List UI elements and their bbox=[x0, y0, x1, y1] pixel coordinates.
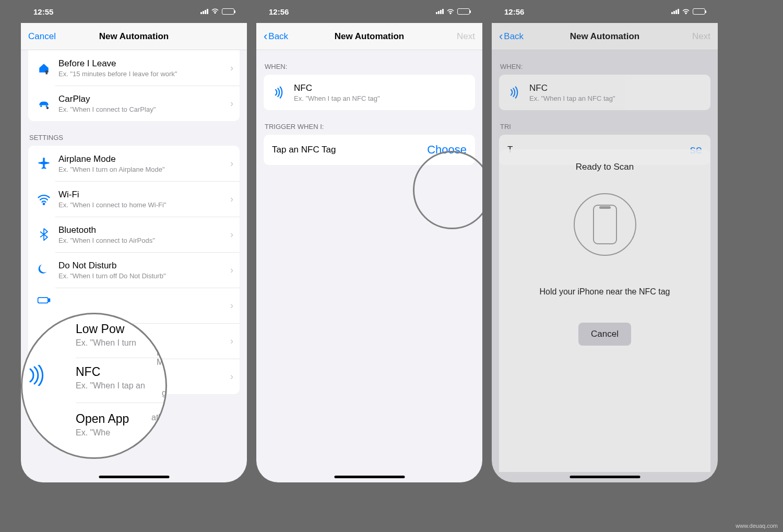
battery-icon bbox=[222, 8, 234, 15]
row-sub: Ex. "When I connect to home Wi-Fi" bbox=[58, 201, 227, 209]
status-icons bbox=[200, 7, 234, 16]
nfc-icon bbox=[270, 83, 289, 102]
nav-bar: Cancel New Automation bbox=[21, 23, 247, 50]
bluetooth-icon bbox=[34, 225, 53, 244]
status-icons bbox=[671, 7, 705, 16]
chevron-right-icon: › bbox=[230, 229, 233, 240]
choose-button[interactable]: Choose bbox=[427, 143, 467, 157]
chevron-right-icon: › bbox=[230, 265, 233, 276]
chevron-right-icon: › bbox=[230, 158, 233, 169]
back-button: ‹ Back bbox=[499, 30, 524, 43]
sheet-title: Ready to Scan bbox=[508, 162, 701, 172]
setting-airplane-mode[interactable]: Airplane Mode Ex. "When I turn on Airpla… bbox=[28, 146, 240, 181]
wifi-icon bbox=[211, 7, 219, 16]
home-indicator[interactable] bbox=[334, 476, 405, 478]
home-indicator[interactable] bbox=[99, 476, 169, 478]
battery-icon bbox=[457, 8, 470, 15]
wifi-icon bbox=[34, 190, 53, 208]
setting-do-not-disturb[interactable]: Do Not Disturb Ex. "When I turn off Do N… bbox=[28, 252, 240, 288]
settings-header: SETTINGS bbox=[21, 121, 247, 146]
home-indicator[interactable] bbox=[570, 476, 640, 478]
chevron-right-icon: › bbox=[230, 371, 233, 382]
next-button[interactable]: Next bbox=[457, 31, 475, 42]
when-card: NFC Ex. "When I tap an NFC tag" bbox=[499, 75, 710, 110]
page-title: New Automation bbox=[492, 31, 718, 42]
setting-wifi[interactable]: Wi-Fi Ex. "When I connect to home Wi-Fi"… bbox=[28, 181, 240, 217]
svg-rect-8 bbox=[594, 205, 616, 244]
trigger-label: Tap an NFC Tag bbox=[272, 145, 427, 155]
row-sub: Ex. "When I turn on Airplane Mode" bbox=[58, 165, 227, 173]
status-bar: 12:55 bbox=[21, 0, 247, 23]
status-time: 12:55 bbox=[33, 7, 53, 16]
chevron-back-icon: ‹ bbox=[499, 30, 503, 43]
trigger-before-i-leave[interactable]: Before I Leave Ex. "15 minutes before I … bbox=[28, 50, 240, 86]
row-sub: Ex. "When I connect to CarPlay" bbox=[58, 105, 227, 113]
cancel-button[interactable]: Cancel bbox=[28, 31, 56, 42]
wifi-icon bbox=[446, 7, 455, 16]
sheet-text: Hold your iPhone near the NFC tag bbox=[508, 287, 701, 297]
nfc-icon bbox=[21, 365, 52, 386]
svg-point-4 bbox=[46, 107, 49, 109]
row-sub: Ex. "15 minutes before I leave for work" bbox=[58, 70, 227, 78]
watermark: www.deuaq.com bbox=[735, 523, 778, 529]
signal-icon bbox=[200, 9, 208, 14]
row-sub: Ex. "When I tap an NFC tag" bbox=[529, 94, 704, 102]
row-title: Bluetooth bbox=[58, 225, 227, 235]
row-title: Before I Leave bbox=[58, 58, 227, 69]
status-time: 12:56 bbox=[269, 7, 289, 16]
nfc-icon bbox=[505, 83, 524, 102]
svg-point-5 bbox=[43, 203, 45, 205]
status-bar: 12:56 bbox=[256, 0, 482, 23]
chevron-back-icon: ‹ bbox=[264, 30, 267, 43]
signal-icon bbox=[436, 9, 444, 14]
svg-rect-7 bbox=[49, 299, 50, 301]
status-icons bbox=[436, 7, 470, 16]
row-sub: Ex. "When I turn off Do Not Disturb" bbox=[58, 272, 227, 280]
home-icon bbox=[34, 58, 53, 77]
setting-bluetooth[interactable]: Bluetooth Ex. "When I connect to AirPods… bbox=[28, 217, 240, 252]
row-title: NFC bbox=[294, 83, 469, 93]
sheet-cancel-button[interactable]: Cancel bbox=[578, 323, 631, 346]
row-title: Do Not Disturb bbox=[58, 261, 227, 271]
airplane-icon bbox=[34, 154, 53, 173]
moon-icon bbox=[34, 261, 53, 279]
status-bar: 12:56 bbox=[492, 0, 718, 23]
wifi-icon bbox=[682, 7, 690, 16]
magnify-open-app-sub: Ex. "Whe bbox=[76, 428, 129, 438]
when-card: NFC Ex. "When I tap an NFC tag" bbox=[264, 75, 475, 110]
magnify-nfc-sub: Ex. "When I tap an bbox=[76, 381, 145, 391]
battery-icon bbox=[693, 8, 705, 15]
chevron-right-icon: › bbox=[230, 98, 233, 109]
chevron-right-icon: › bbox=[230, 63, 233, 74]
row-sub: Ex. "When I connect to AirPods" bbox=[58, 237, 227, 244]
magnify-circle: Low Pow Ex. "When I turn Power Mode" NFC… bbox=[21, 313, 167, 459]
svg-point-3 bbox=[46, 105, 48, 108]
back-button[interactable]: ‹ Back bbox=[264, 30, 288, 43]
when-nfc-row: NFC Ex. "When I tap an NFC tag" bbox=[264, 75, 475, 110]
next-button: Next bbox=[692, 31, 710, 42]
car-icon bbox=[34, 94, 53, 113]
nav-bar: ‹ Back New Automation Next bbox=[256, 23, 482, 50]
trigger-header: TRIGGER WHEN I: bbox=[256, 110, 482, 135]
setting-low-power-mode[interactable]: › bbox=[28, 288, 240, 323]
svg-rect-6 bbox=[38, 298, 48, 303]
signal-icon bbox=[671, 9, 679, 14]
trigger-carplay[interactable]: CarPlay Ex. "When I connect to CarPlay" … bbox=[28, 86, 240, 121]
trigger-card: Tap an NFC Tag Choose bbox=[264, 135, 475, 165]
row-title: NFC bbox=[529, 83, 704, 93]
nfc-scan-sheet: Ready to Scan Hold your iPhone near the … bbox=[499, 149, 710, 472]
svg-point-2 bbox=[40, 105, 42, 108]
chevron-right-icon: › bbox=[230, 336, 233, 347]
trigger-header: TRI bbox=[492, 110, 718, 135]
trigger-list: Before I Leave Ex. "15 minutes before I … bbox=[28, 50, 240, 121]
row-title: Airplane Mode bbox=[58, 154, 227, 164]
page-title: New Automation bbox=[256, 31, 482, 42]
magnify-nfc-title: NFC bbox=[76, 365, 145, 379]
svg-rect-9 bbox=[600, 207, 610, 208]
when-nfc-row: NFC Ex. "When I tap an NFC tag" bbox=[499, 75, 710, 110]
row-title: CarPlay bbox=[58, 94, 227, 104]
trigger-nfc-tag-row[interactable]: Tap an NFC Tag Choose bbox=[264, 135, 475, 165]
chevron-right-icon: › bbox=[230, 300, 233, 311]
when-header: WHEN: bbox=[492, 50, 718, 75]
nav-bar: ‹ Back New Automation Next bbox=[492, 23, 718, 50]
